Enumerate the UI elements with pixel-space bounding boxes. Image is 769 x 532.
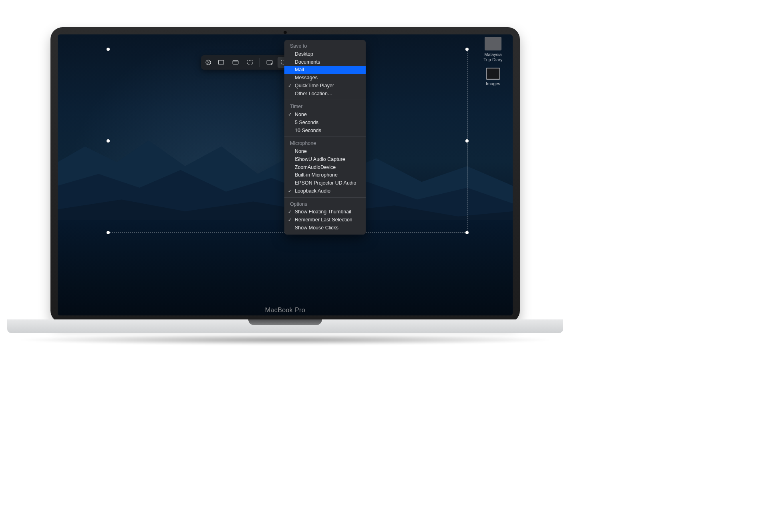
device-model-label: MacBook Pro bbox=[265, 307, 305, 314]
desktop-icon-diary[interactable]: Malaysia Trip Diary bbox=[483, 37, 502, 62]
capture-entire-screen-button[interactable] bbox=[215, 57, 227, 68]
selection-handle-tl[interactable] bbox=[107, 48, 110, 51]
device-base: MacBook Pro bbox=[7, 319, 563, 341]
menu-item-label: None bbox=[295, 112, 307, 117]
menu-section-header: Timer bbox=[284, 102, 366, 111]
menu-item-label: 10 Seconds bbox=[295, 128, 321, 133]
menu-item-label: Documents bbox=[295, 59, 320, 65]
menu-section-header: Microphone bbox=[284, 139, 366, 148]
menu-item[interactable]: ✓Show Floating Thumbnail bbox=[284, 208, 366, 216]
menu-item-label: Mail bbox=[295, 67, 304, 72]
desktop-icon-label: Images bbox=[486, 81, 500, 86]
menu-item-label: Show Floating Thumbnail bbox=[295, 209, 351, 215]
menu-item[interactable]: ✓None bbox=[284, 111, 366, 119]
checkmark-icon: ✓ bbox=[288, 189, 292, 193]
menu-item[interactable]: Documents bbox=[284, 58, 366, 66]
menu-item[interactable]: ✓Loopback Audio bbox=[284, 187, 366, 195]
menu-divider bbox=[284, 197, 366, 198]
menu-item-label: Remember Last Selection bbox=[295, 217, 352, 223]
checkmark-icon: ✓ bbox=[288, 83, 292, 88]
menu-item-label: Loopback Audio bbox=[295, 188, 330, 194]
selection-handle-br[interactable] bbox=[465, 231, 469, 234]
menu-item[interactable]: Messages bbox=[284, 74, 366, 82]
desktop-icon-images[interactable]: Images bbox=[486, 68, 500, 86]
menu-item-label: None bbox=[295, 149, 307, 154]
menu-item[interactable]: ZoomAudioDevice bbox=[284, 164, 366, 172]
hinge-notch-icon bbox=[248, 319, 322, 325]
menu-item-label: 5 Seconds bbox=[295, 120, 318, 125]
menu-section-header: Save to bbox=[284, 42, 366, 50]
menu-item-label: ZoomAudioDevice bbox=[295, 165, 336, 170]
menu-item[interactable]: ✓QuickTime Player bbox=[284, 82, 366, 90]
menu-item[interactable]: None bbox=[284, 148, 366, 156]
svg-point-7 bbox=[271, 63, 272, 64]
menu-item-label: Built-in Microphone bbox=[295, 172, 338, 178]
capture-selected-portion-button[interactable] bbox=[244, 57, 256, 68]
menu-item[interactable]: 10 Seconds bbox=[284, 127, 366, 135]
selection-handle-mr[interactable] bbox=[465, 139, 469, 143]
svg-rect-4 bbox=[248, 61, 252, 64]
desktop-icon-label: Malaysia Trip Diary bbox=[483, 52, 502, 62]
options-menu: Save toDesktopDocumentsMailMessages✓Quic… bbox=[284, 40, 366, 235]
menu-item[interactable]: Other Location… bbox=[284, 90, 366, 98]
macbook-device: Malaysia Trip Diary Images bbox=[50, 27, 520, 344]
toolbar-separator bbox=[260, 58, 260, 67]
menu-divider bbox=[284, 137, 366, 137]
menu-divider bbox=[284, 100, 366, 100]
device-base-plate bbox=[7, 319, 563, 333]
record-entire-screen-button[interactable] bbox=[263, 57, 276, 68]
menu-item-label: Desktop bbox=[295, 51, 313, 57]
selection-handle-tr[interactable] bbox=[465, 48, 469, 51]
desktop-icons: Malaysia Trip Diary Images bbox=[477, 37, 509, 86]
menu-item[interactable]: Built-in Microphone bbox=[284, 171, 366, 179]
desktop-screen: Malaysia Trip Diary Images bbox=[58, 34, 513, 315]
menu-item[interactable]: Mail bbox=[284, 66, 366, 74]
file-icon bbox=[485, 37, 501, 50]
menu-item-label: QuickTime Player bbox=[295, 83, 334, 88]
capture-selected-window-button[interactable] bbox=[229, 57, 242, 68]
folder-icon bbox=[486, 68, 500, 80]
menu-item[interactable]: EPSON Projector UD Audio bbox=[284, 179, 366, 187]
device-shadow bbox=[15, 335, 555, 345]
menu-item-label: Show Mouse Clicks bbox=[295, 225, 338, 231]
menu-item[interactable]: Desktop bbox=[284, 50, 366, 58]
menu-item-label: Messages bbox=[295, 75, 318, 80]
checkmark-icon: ✓ bbox=[288, 112, 292, 117]
selection-handle-bl[interactable] bbox=[107, 231, 110, 234]
svg-rect-1 bbox=[218, 60, 224, 64]
menu-item[interactable]: ✓Remember Last Selection bbox=[284, 216, 366, 224]
menu-section-header: Options bbox=[284, 200, 366, 209]
selection-handle-ml[interactable] bbox=[107, 139, 110, 143]
menu-item[interactable]: iShowU Audio Capture bbox=[284, 156, 366, 164]
menu-item[interactable]: Show Mouse Clicks bbox=[284, 224, 366, 232]
menu-item-label: Other Location… bbox=[295, 91, 333, 96]
checkmark-icon: ✓ bbox=[288, 209, 292, 214]
svg-rect-3 bbox=[233, 60, 238, 62]
checkmark-icon: ✓ bbox=[288, 217, 292, 222]
menu-item-label: iShowU Audio Capture bbox=[295, 157, 345, 162]
close-button[interactable] bbox=[203, 57, 213, 68]
screenshot-toolbar bbox=[201, 55, 293, 70]
menu-item[interactable]: 5 Seconds bbox=[284, 119, 366, 127]
device-bezel: Malaysia Trip Diary Images bbox=[50, 27, 520, 323]
menu-item-label: EPSON Projector UD Audio bbox=[295, 180, 356, 186]
